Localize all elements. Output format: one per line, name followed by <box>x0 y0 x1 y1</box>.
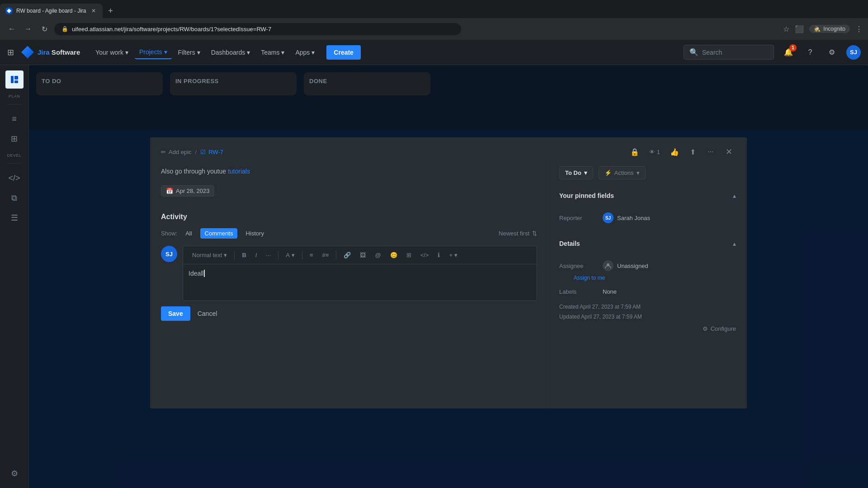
grid-icon[interactable]: ⊞ <box>7 47 14 57</box>
more-formatting-button[interactable]: ··· <box>262 250 274 260</box>
breadcrumb-separator: / <box>195 149 197 155</box>
sort-button[interactable]: Newest first ⇅ <box>499 230 537 237</box>
filter-comments-button[interactable]: Comments <box>200 228 238 239</box>
board-column-done: DONE <box>304 72 430 95</box>
image-button[interactable]: 🖼 <box>356 250 369 260</box>
tab-close-button[interactable]: ✕ <box>90 7 97 14</box>
nav-your-work[interactable]: Your work <box>91 46 133 59</box>
assign-to-me-link[interactable]: Assign to me <box>574 275 736 281</box>
nav-right: 🔍 Search 🔔 1 ? ⚙ SJ <box>684 45 861 60</box>
help-button[interactable]: ? <box>803 45 817 60</box>
bolt-icon: ⚡ <box>604 169 612 176</box>
cancel-button[interactable]: Cancel <box>194 306 221 321</box>
details-section: Details Assignee Unassigned <box>559 234 736 332</box>
info-button[interactable]: ℹ <box>434 250 443 260</box>
new-tab-button[interactable]: + <box>104 5 117 17</box>
breadcrumb: ✏ Add epic / ☑ RW-7 <box>161 149 223 155</box>
sidebar-icon-code[interactable]: </> <box>5 169 24 187</box>
more-tools-button[interactable]: + <box>445 250 461 260</box>
italic-button[interactable]: I <box>252 250 261 260</box>
date-text: Apr 28, 2023 <box>176 188 209 194</box>
color-chevron <box>292 252 295 258</box>
assignee-name: Unassigned <box>617 263 648 269</box>
text-style-label: Normal text <box>192 252 222 258</box>
address-bar[interactable]: 🔒 uifeed.atlassian.net/jira/software/pro… <box>54 23 461 35</box>
forward-button[interactable]: → <box>22 23 34 35</box>
sidebar-icon-grid[interactable]: ⊞ <box>5 130 24 148</box>
table-button[interactable]: ⊞ <box>403 250 415 260</box>
actions-label: Actions <box>614 169 634 176</box>
incognito-icon: 🕵 <box>814 26 821 32</box>
status-dropdown[interactable]: To Do <box>559 166 593 179</box>
reporter-name: Sarah Jonas <box>617 215 650 221</box>
share-button[interactable]: ⬆ <box>685 145 700 159</box>
jira-logo[interactable]: Jira Software <box>21 46 80 59</box>
bullet-list-button[interactable]: ≡ <box>306 250 317 260</box>
refresh-button[interactable]: ↻ <box>38 23 51 35</box>
pinned-fields-header[interactable]: Your pinned fields <box>559 188 736 203</box>
updated-date: Updated April 27, 2023 at 7:59 AM <box>559 312 736 322</box>
extensions-icon[interactable]: ⬛ <box>795 25 804 33</box>
nav-filters[interactable]: Filters <box>174 46 205 59</box>
watch-button[interactable]: 👁 1 <box>646 147 664 157</box>
sidebar-icon-docs[interactable]: ☰ <box>5 209 24 227</box>
nav-dashboards[interactable]: Dashboards <box>207 46 255 59</box>
comment-editor[interactable]: Normal text B I ··· <box>183 246 537 301</box>
breadcrumb-epic[interactable]: ✏ Add epic <box>161 149 192 155</box>
editor-content[interactable]: Ideall <box>183 264 537 300</box>
issue-modal: ✏ Add epic / ☑ RW-7 🔒 <box>150 137 747 408</box>
lock-button[interactable]: 🔒 <box>627 145 642 159</box>
filter-all-button[interactable]: All <box>181 228 196 239</box>
nav-teams[interactable]: Teams <box>256 46 289 59</box>
toolbar-sep-2 <box>278 251 278 260</box>
sidebar-icon-deploy[interactable]: ⧉ <box>5 189 24 207</box>
toolbar-sep-4 <box>336 251 336 260</box>
reporter-label: Reporter <box>559 215 595 221</box>
description-text: Also go through youtue tutorials <box>161 159 537 180</box>
nav-projects[interactable]: Projects <box>135 46 172 59</box>
search-bar[interactable]: 🔍 Search <box>684 45 774 60</box>
filter-history-button[interactable]: History <box>241 228 268 239</box>
sidebar-icon-board[interactable] <box>5 70 24 89</box>
tutorials-link[interactable]: tutorials <box>228 168 250 175</box>
nav-apps[interactable]: Apps <box>291 46 319 59</box>
text-style-dropdown[interactable]: Normal text <box>189 250 231 260</box>
like-button[interactable]: 👍 <box>667 145 682 159</box>
browser-nav-icons: ☆ ⬛ 🕵 Incognito ⋮ <box>783 25 863 33</box>
actions-chevron <box>637 169 640 176</box>
user-avatar[interactable]: SJ <box>846 45 861 60</box>
lock-icon: 🔒 <box>630 148 639 156</box>
breadcrumb-issue[interactable]: ☑ RW-7 <box>200 149 223 155</box>
share-icon: ⬆ <box>690 148 696 156</box>
search-placeholder: Search <box>702 49 722 56</box>
activity-title: Activity <box>161 213 537 221</box>
save-button[interactable]: Save <box>161 306 190 321</box>
more-button[interactable]: ··· <box>703 145 718 159</box>
create-button[interactable]: Create <box>326 45 361 60</box>
browser-menu-icon[interactable]: ⋮ <box>855 25 863 33</box>
col-title-done: DONE <box>309 78 425 84</box>
emoji-button[interactable]: 😊 <box>387 250 401 260</box>
tab-bar: RW board - Agile board - Jira ✕ + <box>0 0 868 18</box>
notifications-button[interactable]: 🔔 1 <box>781 45 796 60</box>
details-header[interactable]: Details <box>559 234 736 251</box>
reporter-avatar: SJ <box>603 212 613 223</box>
actions-dropdown[interactable]: ⚡ Actions <box>599 166 646 179</box>
labels-text: None <box>603 288 617 295</box>
sidebar-icon-settings[interactable]: ⚙ <box>5 465 24 483</box>
browser-chrome: RW board - Agile board - Jira ✕ + ← → ↻ … <box>0 0 868 40</box>
back-button[interactable]: ← <box>5 23 18 35</box>
sidebar-icon-list[interactable]: ≡ <box>5 110 24 128</box>
bookmark-icon[interactable]: ☆ <box>783 25 789 33</box>
numbered-list-button[interactable]: #≡ <box>319 250 333 260</box>
browser-tab[interactable]: RW board - Agile board - Jira ✕ <box>0 4 103 18</box>
configure-row[interactable]: ⚙ Configure <box>559 325 736 332</box>
jira-nav: ⊞ Jira Software Your work Projects Filte… <box>0 40 868 65</box>
settings-button[interactable]: ⚙ <box>825 45 839 60</box>
bold-button[interactable]: B <box>238 250 250 260</box>
mention-button[interactable]: @ <box>371 250 384 260</box>
link-button[interactable]: 🔗 <box>340 250 354 260</box>
text-color-button[interactable]: A <box>282 250 298 260</box>
close-button[interactable]: ✕ <box>722 145 736 159</box>
code-button[interactable]: </> <box>417 250 433 260</box>
